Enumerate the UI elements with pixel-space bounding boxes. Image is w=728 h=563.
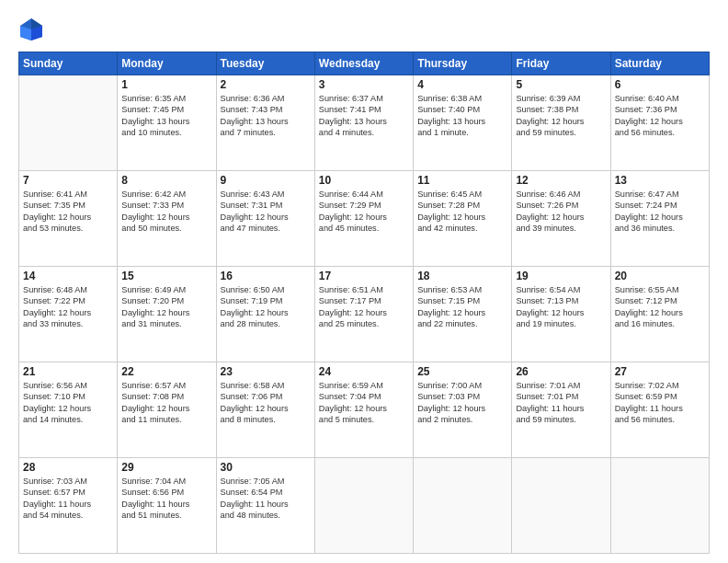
calendar-cell [19, 75, 118, 171]
week-row-4: 28Sunrise: 7:03 AMSunset: 6:57 PMDayligh… [19, 458, 710, 554]
calendar-cell: 11Sunrise: 6:45 AMSunset: 7:28 PMDayligh… [414, 171, 512, 267]
col-header-monday: Monday [118, 52, 216, 75]
cell-line: Sunrise: 6:56 AM [23, 380, 113, 391]
day-number: 6 [615, 78, 705, 91]
cell-line: Sunrise: 6:44 AM [319, 189, 409, 200]
cell-line: Daylight: 12 hours [615, 116, 705, 127]
cell-line: Daylight: 11 hours [221, 499, 311, 510]
cell-line: Sunrise: 6:45 AM [417, 189, 507, 200]
calendar-cell: 30Sunrise: 7:05 AMSunset: 6:54 PMDayligh… [216, 458, 314, 554]
cell-line: Daylight: 11 hours [121, 499, 211, 510]
calendar-cell: 7Sunrise: 6:41 AMSunset: 7:35 PMDaylight… [19, 171, 118, 267]
day-number: 5 [516, 78, 606, 91]
cell-line: Sunrise: 6:41 AM [23, 189, 113, 200]
cell-line: Sunset: 7:22 PM [23, 295, 113, 306]
cell-line: and 8 minutes. [221, 414, 311, 425]
cell-line: Daylight: 13 hours [417, 116, 507, 127]
day-number: 4 [417, 78, 507, 91]
cell-line: and 28 minutes. [221, 318, 311, 329]
cell-line: Daylight: 12 hours [615, 307, 705, 318]
cell-line: and 31 minutes. [121, 318, 211, 329]
cell-line: Sunset: 7:19 PM [221, 295, 311, 306]
cell-line: Daylight: 12 hours [319, 403, 409, 414]
cell-line: Sunrise: 6:58 AM [221, 380, 311, 391]
col-header-friday: Friday [512, 52, 610, 75]
calendar-cell: 9Sunrise: 6:43 AMSunset: 7:31 PMDaylight… [216, 171, 314, 267]
week-row-3: 21Sunrise: 6:56 AMSunset: 7:10 PMDayligh… [19, 362, 710, 458]
cell-line: Sunrise: 6:50 AM [221, 284, 311, 295]
calendar-cell: 22Sunrise: 6:57 AMSunset: 7:08 PMDayligh… [118, 362, 216, 458]
cell-line: Sunset: 7:38 PM [516, 104, 606, 115]
cell-line: and 48 minutes. [221, 510, 311, 521]
col-header-sunday: Sunday [19, 52, 118, 75]
cell-line: Daylight: 12 hours [615, 212, 705, 223]
cell-line: Daylight: 12 hours [319, 307, 409, 318]
cell-line: and 5 minutes. [319, 414, 409, 425]
cell-line: Sunset: 7:10 PM [23, 391, 113, 402]
cell-line: Daylight: 12 hours [221, 212, 311, 223]
calendar-cell: 1Sunrise: 6:35 AMSunset: 7:45 PMDaylight… [118, 75, 216, 171]
calendar-cell: 15Sunrise: 6:49 AMSunset: 7:20 PMDayligh… [118, 267, 216, 362]
cell-line: Sunrise: 6:46 AM [516, 189, 606, 200]
day-number: 16 [221, 270, 311, 282]
cell-line: Sunset: 7:26 PM [516, 200, 606, 211]
calendar-cell: 26Sunrise: 7:01 AMSunset: 7:01 PMDayligh… [512, 362, 610, 458]
cell-line: Daylight: 11 hours [615, 403, 705, 414]
day-number: 21 [23, 365, 113, 378]
cell-line: Sunrise: 6:38 AM [417, 93, 507, 104]
cell-line: Sunrise: 7:05 AM [221, 476, 311, 487]
cell-line: Sunset: 7:41 PM [319, 104, 409, 115]
cell-line: Daylight: 13 hours [319, 116, 409, 127]
cell-line: Sunrise: 6:42 AM [121, 189, 211, 200]
calendar-cell: 24Sunrise: 6:59 AMSunset: 7:04 PMDayligh… [314, 362, 413, 458]
logo-icon [18, 17, 44, 42]
calendar-cell: 12Sunrise: 6:46 AMSunset: 7:26 PMDayligh… [512, 171, 610, 267]
week-row-1: 7Sunrise: 6:41 AMSunset: 7:35 PMDaylight… [19, 171, 710, 267]
page: SundayMondayTuesdayWednesdayThursdayFrid… [0, 0, 728, 563]
cell-line: and 1 minute. [417, 127, 507, 138]
cell-line: and 7 minutes. [221, 127, 311, 138]
cell-line: Daylight: 13 hours [121, 116, 211, 127]
day-number: 24 [319, 365, 409, 378]
cell-line: Sunset: 7:13 PM [516, 295, 606, 306]
cell-line: and 14 minutes. [23, 414, 113, 425]
cell-line: and 47 minutes. [221, 223, 311, 234]
cell-line: and 50 minutes. [121, 223, 211, 234]
cell-line: Sunrise: 7:00 AM [417, 380, 507, 391]
cell-line: Sunset: 7:17 PM [319, 295, 409, 306]
day-number: 28 [23, 461, 113, 474]
header-row: SundayMondayTuesdayWednesdayThursdayFrid… [19, 52, 710, 75]
col-header-thursday: Thursday [414, 52, 512, 75]
cell-line: and 10 minutes. [121, 127, 211, 138]
week-row-2: 14Sunrise: 6:48 AMSunset: 7:22 PMDayligh… [19, 267, 710, 362]
calendar-table: SundayMondayTuesdayWednesdayThursdayFrid… [18, 52, 710, 554]
day-number: 7 [23, 174, 113, 187]
week-row-0: 1Sunrise: 6:35 AMSunset: 7:45 PMDaylight… [19, 75, 710, 171]
calendar-cell: 3Sunrise: 6:37 AMSunset: 7:41 PMDaylight… [314, 75, 413, 171]
cell-line: Daylight: 12 hours [23, 212, 113, 223]
cell-line: Sunrise: 6:40 AM [615, 93, 705, 104]
cell-line: and 59 minutes. [516, 127, 606, 138]
calendar-cell: 29Sunrise: 7:04 AMSunset: 6:56 PMDayligh… [118, 458, 216, 554]
calendar-cell: 6Sunrise: 6:40 AMSunset: 7:36 PMDaylight… [610, 75, 709, 171]
cell-line: and 39 minutes. [516, 223, 606, 234]
day-number: 22 [121, 365, 211, 378]
cell-line: and 53 minutes. [23, 223, 113, 234]
cell-line: Daylight: 12 hours [121, 403, 211, 414]
cell-line: Daylight: 12 hours [417, 307, 507, 318]
calendar-cell: 13Sunrise: 6:47 AMSunset: 7:24 PMDayligh… [610, 171, 709, 267]
cell-line: Daylight: 12 hours [121, 212, 211, 223]
cell-line: Sunset: 7:43 PM [221, 104, 311, 115]
calendar-cell: 19Sunrise: 6:54 AMSunset: 7:13 PMDayligh… [512, 267, 610, 362]
cell-line: Daylight: 12 hours [516, 307, 606, 318]
cell-line: and 2 minutes. [417, 414, 507, 425]
calendar-cell: 28Sunrise: 7:03 AMSunset: 6:57 PMDayligh… [19, 458, 118, 554]
cell-line: Daylight: 13 hours [221, 116, 311, 127]
cell-line: Daylight: 12 hours [516, 116, 606, 127]
day-number: 3 [319, 78, 409, 91]
cell-line: Sunset: 7:28 PM [417, 200, 507, 211]
cell-line: Sunset: 7:33 PM [121, 200, 211, 211]
cell-line: Sunrise: 6:49 AM [121, 284, 211, 295]
cell-line: Sunset: 7:29 PM [319, 200, 409, 211]
cell-line: and 36 minutes. [615, 223, 705, 234]
